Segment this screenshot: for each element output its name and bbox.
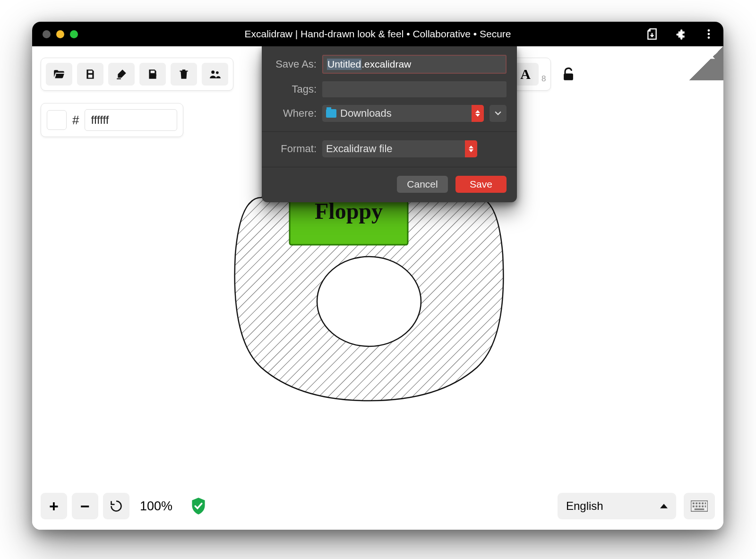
window-minimize-button[interactable] bbox=[56, 30, 64, 38]
background-color-panel: # bbox=[41, 103, 183, 137]
color-hex-input[interactable] bbox=[85, 109, 177, 131]
keyboard-shortcuts-button[interactable] bbox=[684, 493, 715, 519]
collaborate-button[interactable] bbox=[202, 63, 228, 86]
save-as-button[interactable] bbox=[108, 63, 135, 86]
zoom-out-button[interactable]: − bbox=[72, 493, 98, 519]
svg-rect-17 bbox=[693, 506, 695, 507]
file-toolbar bbox=[41, 58, 233, 91]
language-select[interactable]: English bbox=[558, 493, 676, 519]
extension-icon[interactable] bbox=[674, 28, 687, 40]
save-button[interactable] bbox=[77, 63, 103, 86]
format-label: Format: bbox=[272, 143, 317, 155]
unlock-icon[interactable] bbox=[560, 66, 576, 82]
save-button[interactable]: Save bbox=[455, 176, 507, 193]
filename-selection: Untitled bbox=[327, 59, 361, 70]
svg-point-9 bbox=[317, 257, 421, 346]
where-label: Where: bbox=[272, 107, 317, 120]
folder-icon bbox=[326, 109, 336, 118]
format-value: Excalidraw file bbox=[326, 143, 393, 155]
save-dialog: Save As: Untitled.excalidraw Tags: Where… bbox=[262, 46, 517, 202]
window-traffic-lights bbox=[43, 30, 78, 38]
format-select[interactable]: Excalidraw file bbox=[322, 140, 477, 157]
where-expand-button[interactable] bbox=[490, 105, 507, 122]
window-title: Excalidraw | Hand-drawn look & feel • Co… bbox=[32, 28, 723, 40]
svg-rect-18 bbox=[696, 506, 697, 507]
filename-extension: .excalidraw bbox=[361, 59, 411, 70]
svg-rect-21 bbox=[705, 506, 706, 507]
window-titlebar: Excalidraw | Hand-drawn look & feel • Co… bbox=[32, 22, 723, 46]
svg-rect-16 bbox=[705, 502, 706, 504]
shape-toolbar-right: A 8 bbox=[507, 58, 576, 91]
svg-rect-5 bbox=[564, 74, 574, 80]
hash-label: # bbox=[72, 113, 79, 128]
zoom-reset-button[interactable] bbox=[103, 493, 129, 519]
svg-rect-12 bbox=[693, 502, 695, 504]
select-stepper-icon bbox=[465, 140, 477, 157]
svg-point-2 bbox=[708, 36, 710, 39]
zoom-controls: + − 100% bbox=[41, 493, 206, 519]
svg-rect-13 bbox=[696, 502, 697, 504]
titlebar-right-controls bbox=[646, 28, 715, 40]
text-tool-shortcut: 8 bbox=[541, 74, 546, 86]
select-stepper-icon bbox=[472, 105, 484, 122]
clear-canvas-button[interactable] bbox=[171, 63, 197, 86]
export-button[interactable] bbox=[139, 63, 166, 86]
svg-rect-15 bbox=[702, 502, 704, 504]
cancel-button[interactable]: Cancel bbox=[397, 176, 448, 193]
window-close-button[interactable] bbox=[43, 30, 51, 38]
open-button[interactable] bbox=[46, 63, 72, 86]
where-value: Downloads bbox=[340, 107, 392, 120]
zoom-in-button[interactable]: + bbox=[41, 493, 67, 519]
svg-point-0 bbox=[708, 29, 710, 32]
tags-input[interactable] bbox=[322, 81, 507, 97]
where-select[interactable]: Downloads bbox=[322, 105, 484, 122]
svg-rect-19 bbox=[699, 506, 701, 507]
bottom-right-controls: English bbox=[558, 493, 715, 519]
svg-rect-14 bbox=[699, 502, 701, 504]
pwa-install-icon[interactable] bbox=[646, 28, 658, 40]
svg-rect-20 bbox=[702, 506, 704, 507]
more-vert-icon[interactable] bbox=[703, 28, 715, 40]
language-select-value: English bbox=[566, 499, 603, 513]
tags-label: Tags: bbox=[272, 83, 317, 95]
save-as-label: Save As: bbox=[272, 58, 317, 70]
app-window: Excalidraw | Hand-drawn look & feel • Co… bbox=[32, 22, 723, 530]
github-corner[interactable] bbox=[689, 46, 723, 80]
color-swatch[interactable] bbox=[47, 110, 67, 130]
svg-point-4 bbox=[216, 71, 219, 74]
zoom-level: 100% bbox=[140, 499, 172, 514]
svg-point-3 bbox=[211, 70, 215, 74]
svg-rect-22 bbox=[695, 508, 704, 510]
save-filename-input[interactable]: Untitled.excalidraw bbox=[322, 55, 507, 74]
svg-point-1 bbox=[708, 33, 710, 35]
encrypted-shield-icon[interactable] bbox=[190, 497, 206, 515]
window-fullscreen-button[interactable] bbox=[70, 30, 78, 38]
